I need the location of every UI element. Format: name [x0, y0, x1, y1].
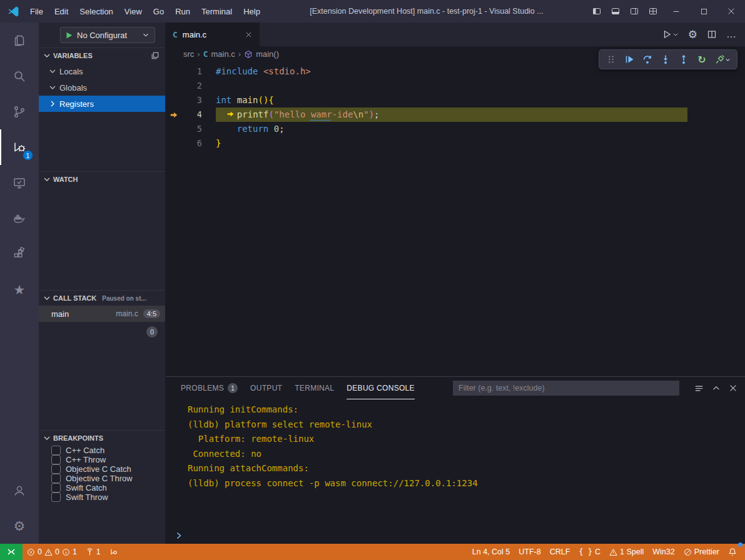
run-file-button[interactable]	[662, 29, 679, 39]
breakpoints-header[interactable]: BREAKPOINTS	[39, 431, 165, 446]
toggle-secondary-sidebar-icon[interactable]	[625, 0, 644, 22]
editor-pane[interactable]: src › C main.c › main() 1#include <stdio…	[166, 46, 745, 376]
breakpoint-checkbox[interactable]	[51, 455, 61, 464]
breakpoint-checkbox[interactable]	[51, 483, 61, 492]
remote-indicator[interactable]	[0, 544, 23, 560]
toggle-panel-icon[interactable]	[606, 0, 625, 22]
breakpoint-gutter[interactable]	[166, 136, 182, 151]
breakpoint-gutter[interactable]	[166, 93, 182, 108]
console-filter-input[interactable]	[453, 381, 679, 396]
ports-status[interactable]: 1	[81, 544, 105, 560]
breadcrumb-item-src[interactable]: src	[183, 49, 194, 59]
step-over-button[interactable]	[640, 52, 655, 67]
panel-tab-output[interactable]: OUTPUT	[250, 377, 282, 399]
console-input-row[interactable]	[166, 528, 745, 544]
breakpoint-gutter[interactable]	[166, 122, 182, 136]
toggle-sidebar-icon[interactable]	[587, 0, 606, 22]
call-stack-header[interactable]: CALL STACK Paused on st...	[39, 291, 165, 306]
breakpoint-row-objective-c-catch[interactable]: Objective C Catch	[39, 464, 165, 474]
split-editor-icon[interactable]	[707, 29, 717, 39]
activity-extensions[interactable]	[0, 236, 39, 272]
breakpoint-row-c-throw[interactable]: C++ Throw	[39, 455, 165, 464]
panel-tab-problems[interactable]: PROBLEMS1	[181, 377, 238, 399]
code-token: #include	[216, 66, 258, 76]
continue-button[interactable]	[622, 52, 637, 67]
breakpoint-row-swift-throw[interactable]: Swift Throw	[39, 492, 165, 502]
stack-frame-row[interactable]: main main.c 4:5	[39, 306, 165, 322]
more-actions-icon[interactable]: …	[726, 29, 736, 40]
breakpoint-checkbox[interactable]	[51, 492, 61, 502]
menu-go[interactable]: Go	[148, 4, 170, 19]
remote-icon	[6, 547, 16, 557]
activity-run-debug[interactable]: 1	[0, 129, 39, 165]
breakpoint-gutter[interactable]	[166, 64, 182, 79]
code-line-5: 5 return 0;	[166, 122, 745, 136]
variables-header[interactable]: VARIABLES	[39, 48, 165, 63]
debug-status[interactable]	[105, 544, 123, 560]
minimize-button[interactable]	[662, 0, 690, 22]
activity-remote-explorer[interactable]	[0, 165, 39, 201]
variables-scope-locals[interactable]: Locals	[39, 63, 165, 79]
breakpoint-row-objective-c-throw[interactable]: Objective C Throw	[39, 474, 165, 483]
activity-explorer[interactable]	[0, 22, 39, 58]
breakpoint-checkbox[interactable]	[51, 474, 61, 483]
activity-search[interactable]	[0, 58, 39, 94]
language-mode[interactable]: { } C	[574, 544, 605, 560]
spell-checker-status[interactable]: 1 Spell	[605, 544, 648, 560]
activity-favorites[interactable]: ★	[0, 272, 39, 308]
menu-terminal[interactable]: Terminal	[196, 4, 238, 19]
restart-button[interactable]: ↻	[694, 52, 709, 67]
encoding-select[interactable]: UTF-8	[514, 544, 545, 560]
start-debug-icon[interactable]	[65, 31, 73, 39]
code-token: ;	[374, 109, 379, 119]
line-content: }	[216, 136, 745, 151]
close-tab-icon[interactable]	[245, 31, 253, 39]
menu-help[interactable]: Help	[238, 4, 266, 19]
code-editor[interactable]: 1#include <stdio.h>23int main(){4 printf…	[166, 62, 745, 151]
breakpoint-row-c-catch[interactable]: C++ Catch	[39, 446, 165, 455]
tab-main-c[interactable]: C main.c	[166, 22, 260, 46]
console-menu-icon[interactable]	[694, 384, 704, 393]
close-panel-icon[interactable]	[729, 384, 737, 392]
toolbar-drag-grip[interactable]	[604, 52, 619, 67]
breakpoint-row-swift-catch[interactable]: Swift Catch	[39, 483, 165, 492]
breadcrumb-item-symbol[interactable]: main()	[256, 49, 279, 59]
breakpoint-gutter[interactable]	[166, 79, 182, 93]
editor-settings-gear-icon[interactable]: ⚙	[688, 28, 697, 41]
panel-tab-terminal[interactable]: TERMINAL	[295, 377, 334, 399]
variables-scope-registers[interactable]: Registers	[39, 96, 165, 112]
breakpoint-checkbox[interactable]	[51, 446, 61, 455]
breadcrumb-item-file[interactable]: main.c	[211, 49, 235, 59]
disconnect-button[interactable]	[712, 52, 732, 67]
menu-run[interactable]: Run	[170, 4, 196, 19]
problems-status[interactable]: 0 0 1	[23, 544, 81, 560]
activity-docker[interactable]	[0, 201, 39, 236]
close-window-button[interactable]	[717, 0, 745, 22]
step-out-button[interactable]	[676, 52, 691, 67]
breakpoint-checkbox[interactable]	[51, 464, 61, 474]
activity-source-control[interactable]	[0, 94, 39, 129]
step-into-button[interactable]	[658, 52, 673, 67]
eol-select[interactable]: CRLF	[545, 544, 575, 560]
maximize-panel-icon[interactable]	[712, 384, 721, 392]
debug-current-line-icon[interactable]	[166, 108, 182, 122]
debug-config-dropdown[interactable]: No Configurat	[60, 27, 155, 43]
menu-selection[interactable]: Selection	[74, 4, 118, 19]
chevron-down-icon	[42, 293, 52, 303]
formatter-status[interactable]: Prettier	[679, 544, 724, 560]
menu-file[interactable]: File	[24, 4, 49, 19]
collapse-all-icon[interactable]	[151, 51, 160, 60]
watch-header[interactable]: WATCH	[39, 172, 165, 187]
notifications-bell[interactable]	[724, 544, 741, 560]
activity-settings[interactable]: ⚙	[0, 508, 39, 544]
customize-layout-icon[interactable]	[644, 0, 662, 22]
panel-tab-debug-console[interactable]: DEBUG CONSOLE	[347, 377, 415, 399]
maximize-button[interactable]	[690, 0, 717, 22]
cursor-position[interactable]: Ln 4, Col 5	[468, 544, 514, 560]
menu-edit[interactable]: Edit	[49, 4, 74, 19]
platform-status[interactable]: Win32	[648, 544, 679, 560]
variables-scope-globals[interactable]: Globals	[39, 79, 165, 96]
menu-view[interactable]: View	[119, 4, 148, 19]
code-token: "hello	[274, 109, 311, 119]
activity-accounts[interactable]	[0, 472, 39, 508]
